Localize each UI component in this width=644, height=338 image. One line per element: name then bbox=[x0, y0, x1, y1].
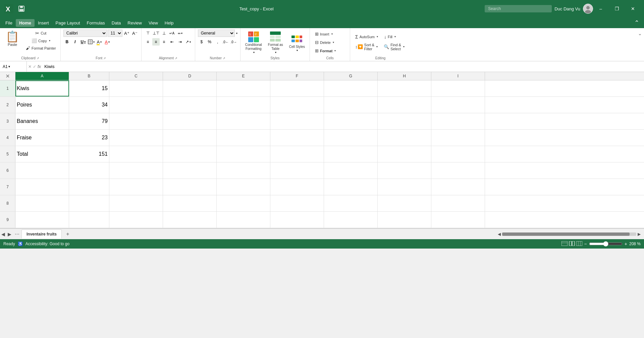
col-header-a[interactable]: A bbox=[15, 72, 69, 80]
cell-f3[interactable] bbox=[270, 113, 324, 129]
wrap-text-button[interactable]: ↵A bbox=[168, 29, 176, 37]
menu-help[interactable]: Help bbox=[161, 19, 177, 27]
cell-a8[interactable] bbox=[15, 195, 69, 211]
percent-button[interactable]: % bbox=[206, 38, 213, 46]
align-right-button[interactable]: ≡ bbox=[160, 38, 168, 46]
sort-filter-button[interactable]: ↕🔽 Sort &Filter ▾ bbox=[353, 42, 380, 52]
cell-h9[interactable] bbox=[378, 212, 431, 228]
cell-f2[interactable] bbox=[270, 97, 324, 113]
cell-b4[interactable]: 23 bbox=[69, 130, 109, 146]
font-size-increase-button[interactable]: A⁺ bbox=[123, 29, 130, 37]
row-num-7[interactable]: 7 bbox=[0, 179, 15, 195]
menu-review[interactable]: Review bbox=[124, 19, 145, 27]
col-header-g[interactable]: G bbox=[324, 72, 378, 80]
cell-d6[interactable] bbox=[163, 162, 217, 179]
align-center-button[interactable]: ≡ bbox=[152, 38, 160, 46]
cell-i3[interactable] bbox=[431, 113, 485, 129]
col-header-f[interactable]: F bbox=[270, 72, 324, 80]
close-button[interactable]: ✕ bbox=[625, 3, 641, 14]
col-header-h[interactable]: H bbox=[378, 72, 431, 80]
cell-i7[interactable] bbox=[431, 179, 485, 195]
confirm-formula-icon[interactable]: ✓ bbox=[33, 64, 36, 69]
decimal-increase-button[interactable]: .0→ bbox=[230, 38, 237, 46]
sheet-tab-inventaire-fruits[interactable]: Inventaire fruits bbox=[21, 229, 62, 239]
format-cells-button[interactable]: ⊞ Format ▾ bbox=[313, 47, 338, 55]
cell-g9[interactable] bbox=[324, 212, 378, 228]
cell-a4[interactable]: Fraise bbox=[15, 130, 69, 146]
cell-g5[interactable] bbox=[324, 146, 378, 162]
delete-cells-button[interactable]: ⊟ Delete ▾ bbox=[313, 39, 336, 46]
tab-more-button[interactable]: ⋯ bbox=[13, 231, 21, 237]
font-name-select[interactable]: Calibri bbox=[63, 29, 107, 37]
menu-home[interactable]: Home bbox=[16, 19, 35, 27]
cell-d1[interactable] bbox=[163, 80, 217, 96]
cell-a3[interactable]: Bananes bbox=[15, 113, 69, 129]
cell-e7[interactable] bbox=[217, 179, 270, 195]
cell-e9[interactable] bbox=[217, 212, 270, 228]
cell-c9[interactable] bbox=[109, 212, 163, 228]
cell-d5[interactable] bbox=[163, 146, 217, 162]
insert-cells-button[interactable]: ⊞ Insert ▾ bbox=[313, 30, 335, 38]
cell-b3[interactable]: 79 bbox=[69, 113, 109, 129]
col-header-c[interactable]: C bbox=[109, 72, 163, 80]
col-header-d[interactable]: D bbox=[163, 72, 217, 80]
font-size-decrease-button[interactable]: A⁻ bbox=[131, 29, 139, 37]
menu-data[interactable]: Data bbox=[108, 19, 124, 27]
avatar[interactable] bbox=[583, 4, 593, 14]
cell-a5[interactable]: Total bbox=[15, 146, 69, 162]
cell-h8[interactable] bbox=[378, 195, 431, 211]
find-select-button[interactable]: 🔍 Find &Select ▾ bbox=[381, 42, 407, 52]
fill-color-button[interactable]: A ▾ bbox=[96, 38, 103, 46]
cell-c8[interactable] bbox=[109, 195, 163, 211]
cell-c6[interactable] bbox=[109, 162, 163, 179]
ribbon-collapse-button[interactable]: ⌃ bbox=[632, 19, 642, 26]
cell-f8[interactable] bbox=[270, 195, 324, 211]
font-size-select[interactable]: 11 bbox=[108, 29, 122, 37]
cell-g3[interactable] bbox=[324, 113, 378, 129]
menu-view[interactable]: View bbox=[145, 19, 161, 27]
cell-i6[interactable] bbox=[431, 162, 485, 179]
autosum-button[interactable]: Σ AutoSum ▾ bbox=[353, 33, 380, 41]
align-bottom-button[interactable]: ⊥ bbox=[160, 29, 168, 37]
number-format-select[interactable]: General bbox=[198, 29, 235, 37]
decimal-decrease-button[interactable]: .0← bbox=[222, 38, 229, 46]
cell-styles-button[interactable]: Cell Styles ▾ bbox=[287, 31, 307, 53]
format-painter-button[interactable]: 🖌 Format Painter bbox=[24, 45, 58, 52]
cell-h6[interactable] bbox=[378, 162, 431, 179]
scroll-right-button[interactable]: ▶ bbox=[638, 232, 641, 236]
cell-g2[interactable] bbox=[324, 97, 378, 113]
cell-b6[interactable] bbox=[69, 162, 109, 179]
cell-i8[interactable] bbox=[431, 195, 485, 211]
italic-button[interactable]: I bbox=[71, 38, 79, 46]
cell-e8[interactable] bbox=[217, 195, 270, 211]
col-header-e[interactable]: E bbox=[217, 72, 270, 80]
cell-f6[interactable] bbox=[270, 162, 324, 179]
page-layout-view-button[interactable] bbox=[569, 241, 575, 247]
cell-c7[interactable] bbox=[109, 179, 163, 195]
cell-i4[interactable] bbox=[431, 130, 485, 146]
menu-insert[interactable]: Insert bbox=[35, 19, 52, 27]
tab-scroll-right-button[interactable]: ▶ bbox=[6, 231, 13, 237]
quick-save-button[interactable] bbox=[17, 4, 26, 13]
cut-button[interactable]: ✂ Cut bbox=[24, 29, 58, 37]
cell-e3[interactable] bbox=[217, 113, 270, 129]
cell-e2[interactable] bbox=[217, 97, 270, 113]
cell-i5[interactable] bbox=[431, 146, 485, 162]
cell-h1[interactable] bbox=[378, 80, 431, 96]
normal-view-button[interactable] bbox=[561, 241, 568, 247]
zoom-in-button[interactable]: + bbox=[625, 241, 627, 247]
increase-indent-button[interactable]: ⇥ bbox=[176, 38, 184, 46]
cell-h5[interactable] bbox=[378, 146, 431, 162]
cell-c3[interactable] bbox=[109, 113, 163, 129]
cell-e6[interactable] bbox=[217, 162, 270, 179]
menu-formulas[interactable]: Formulas bbox=[84, 19, 108, 27]
underline-button[interactable]: U▾ bbox=[79, 38, 87, 46]
ribbon-expand-button[interactable]: ⌄ bbox=[636, 29, 644, 38]
comma-button[interactable]: , bbox=[214, 38, 221, 46]
scroll-left-button[interactable]: ◀ bbox=[498, 232, 501, 236]
cell-e4[interactable] bbox=[217, 130, 270, 146]
cell-b1[interactable]: 15 bbox=[69, 80, 109, 96]
insert-function-icon[interactable]: fx bbox=[38, 64, 41, 69]
conditional-formatting-button[interactable]: 1 2 ConditionalFormatting ▾ bbox=[243, 29, 264, 55]
cell-a6[interactable] bbox=[15, 162, 69, 179]
